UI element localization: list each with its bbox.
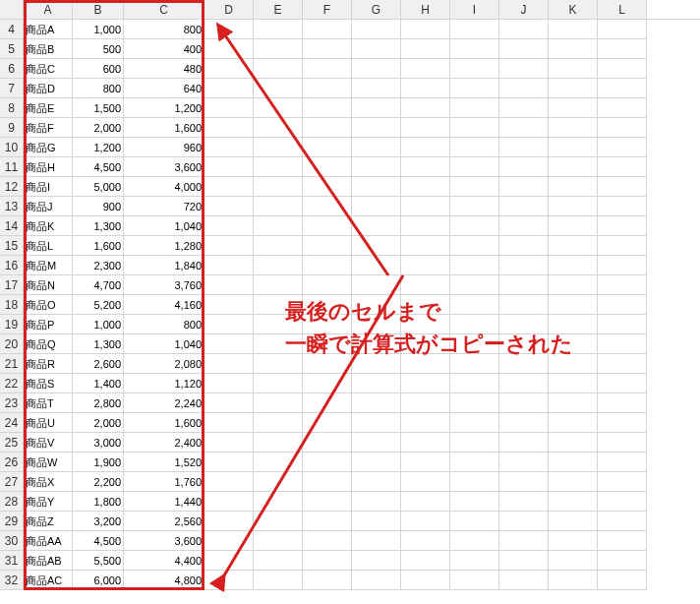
cell[interactable]: 1,900 — [73, 453, 124, 472]
cell[interactable]: 商品Y — [24, 492, 73, 512]
cell-empty[interactable] — [254, 20, 303, 39]
cell-empty[interactable] — [352, 98, 401, 118]
cell[interactable]: 商品V — [24, 433, 73, 453]
cell-empty[interactable] — [254, 256, 303, 275]
cell-empty[interactable] — [254, 393, 303, 413]
cell[interactable]: 900 — [73, 197, 124, 216]
row-header[interactable]: 25 — [0, 433, 24, 453]
cell-empty[interactable] — [303, 413, 352, 433]
cell[interactable]: 1,120 — [124, 374, 204, 393]
cell[interactable]: 3,600 — [124, 531, 204, 551]
cell[interactable]: 商品L — [24, 236, 73, 256]
cell-empty[interactable] — [598, 413, 647, 433]
cell-empty[interactable] — [204, 453, 254, 472]
cell-empty[interactable] — [450, 79, 499, 98]
row-header[interactable]: 6 — [0, 59, 24, 79]
cell[interactable]: 商品S — [24, 374, 73, 393]
cell-empty[interactable] — [549, 20, 598, 39]
cell-empty[interactable] — [303, 177, 352, 197]
cell-empty[interactable] — [549, 79, 598, 98]
row-header[interactable]: 16 — [0, 256, 24, 275]
cell-empty[interactable] — [450, 472, 499, 492]
cell-empty[interactable] — [499, 334, 549, 354]
cell-empty[interactable] — [303, 216, 352, 236]
cell-empty[interactable] — [450, 571, 499, 590]
cell-empty[interactable] — [204, 433, 254, 453]
cell[interactable]: 商品T — [24, 393, 73, 413]
cell-empty[interactable] — [204, 571, 254, 590]
row-header[interactable]: 14 — [0, 216, 24, 236]
cell-empty[interactable] — [499, 433, 549, 453]
cell-empty[interactable] — [401, 256, 450, 275]
cell-empty[interactable] — [450, 275, 499, 295]
cell-empty[interactable] — [401, 551, 450, 571]
cell[interactable]: 商品M — [24, 256, 73, 275]
cell-empty[interactable] — [254, 275, 303, 295]
cell[interactable]: 400 — [124, 39, 204, 59]
cell[interactable]: 1,200 — [73, 138, 124, 157]
cell-empty[interactable] — [204, 20, 254, 39]
cell-empty[interactable] — [254, 295, 303, 315]
cell[interactable]: 商品P — [24, 315, 73, 334]
cell[interactable]: 4,160 — [124, 295, 204, 315]
cell-empty[interactable] — [401, 531, 450, 551]
cell-empty[interactable] — [401, 157, 450, 177]
cell-empty[interactable] — [401, 393, 450, 413]
cell-empty[interactable] — [401, 354, 450, 374]
cell-empty[interactable] — [598, 157, 647, 177]
cell[interactable]: 4,800 — [124, 571, 204, 590]
cell-empty[interactable] — [352, 256, 401, 275]
cell-empty[interactable] — [254, 453, 303, 472]
cell-empty[interactable] — [352, 492, 401, 512]
cell-empty[interactable] — [450, 295, 499, 315]
cell[interactable]: 2,200 — [73, 472, 124, 492]
cell[interactable]: 1,600 — [73, 236, 124, 256]
cell-empty[interactable] — [254, 138, 303, 157]
column-header-G[interactable]: G — [352, 0, 401, 19]
cell[interactable]: 4,000 — [124, 177, 204, 197]
row-header[interactable]: 7 — [0, 79, 24, 98]
cell[interactable]: 1,600 — [124, 118, 204, 138]
cell-empty[interactable] — [303, 79, 352, 98]
column-header-L[interactable]: L — [598, 0, 647, 19]
cell[interactable]: 商品W — [24, 453, 73, 472]
cell-empty[interactable] — [450, 413, 499, 433]
cell-empty[interactable] — [204, 512, 254, 531]
cell-empty[interactable] — [401, 295, 450, 315]
cell-empty[interactable] — [598, 39, 647, 59]
cell-empty[interactable] — [352, 295, 401, 315]
cell-empty[interactable] — [450, 433, 499, 453]
cell-empty[interactable] — [598, 118, 647, 138]
cell-empty[interactable] — [352, 79, 401, 98]
cell-empty[interactable] — [499, 551, 549, 571]
cell[interactable]: 2,080 — [124, 354, 204, 374]
cell[interactable]: 3,760 — [124, 275, 204, 295]
row-header[interactable]: 29 — [0, 512, 24, 531]
select-all-corner[interactable] — [0, 0, 24, 20]
row-header[interactable]: 4 — [0, 20, 24, 39]
cell[interactable]: 商品R — [24, 354, 73, 374]
cell-empty[interactable] — [303, 98, 352, 118]
cell-empty[interactable] — [204, 216, 254, 236]
cell-empty[interactable] — [401, 413, 450, 433]
cell-empty[interactable] — [204, 157, 254, 177]
cell-empty[interactable] — [598, 354, 647, 374]
cell-empty[interactable] — [598, 98, 647, 118]
row-header[interactable]: 13 — [0, 197, 24, 216]
cell-empty[interactable] — [450, 236, 499, 256]
cell-empty[interactable] — [499, 413, 549, 433]
cell[interactable]: 4,400 — [124, 551, 204, 571]
cell[interactable]: 1,280 — [124, 236, 204, 256]
column-header-H[interactable]: H — [401, 0, 450, 19]
cell-empty[interactable] — [254, 79, 303, 98]
column-header-E[interactable]: E — [254, 0, 303, 19]
row-header[interactable]: 15 — [0, 236, 24, 256]
cell-empty[interactable] — [499, 216, 549, 236]
cell-empty[interactable] — [450, 393, 499, 413]
cell[interactable]: 2,240 — [124, 393, 204, 413]
cell-empty[interactable] — [401, 98, 450, 118]
cell-empty[interactable] — [598, 197, 647, 216]
cell-empty[interactable] — [450, 138, 499, 157]
cell-empty[interactable] — [450, 551, 499, 571]
cell-empty[interactable] — [549, 453, 598, 472]
